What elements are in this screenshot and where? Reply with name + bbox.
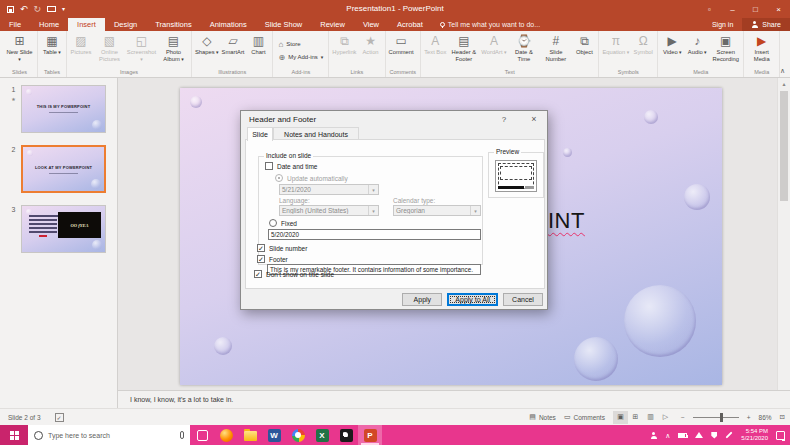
apply-button[interactable]: Apply [402,293,442,306]
taskbar-clock[interactable]: 5:54 PM 5/21/2020 [741,428,768,442]
ribbon-button-new-slide[interactable]: ⊞New Slide ▾ [4,33,35,68]
ribbon-button-hyperlink[interactable]: ⧉Hyperlink [331,33,357,68]
fixed-radio-row[interactable]: Fixed [269,219,297,227]
taskbar-app-task-view[interactable] [190,425,214,445]
ribbon-button-wordart[interactable]: AWordArt ▾ [480,33,507,68]
dialog-tab-slide[interactable]: Slide [247,127,273,141]
slide-thumbnail-2[interactable]: 2LOOK AT MY POWERPOINT [6,145,113,193]
date-and-time-checkbox[interactable] [265,162,273,170]
taskbar-app-file-explorer[interactable] [238,425,262,445]
taskbar-app-firefox[interactable] [214,425,238,445]
dialog-help-icon[interactable]: ? [497,113,511,125]
calendar-type-dropdown[interactable]: Gregorian ▾ [393,205,481,216]
ribbon-button-comment[interactable]: ▭Comment [388,33,415,68]
tab-animations[interactable]: Animations [201,18,256,31]
fit-to-window-icon[interactable]: ⊡ [780,413,785,421]
ribbon-button-online-pictures[interactable]: ▧Online Pictures [94,33,125,68]
update-automatically-radio-row[interactable]: Update automatically [275,174,348,182]
action-center-icon[interactable] [776,431,785,440]
zoom-level[interactable]: 86% [759,414,772,421]
proofing-icon[interactable]: ✓ [55,413,64,422]
shield-icon[interactable] [711,432,717,439]
zoom-out-icon[interactable]: − [681,414,685,421]
network-icon[interactable] [695,432,703,438]
tell-me-box[interactable]: Tell me what you want to do... [432,18,548,31]
ribbon-button-header-footer[interactable]: ▤Header & Footer [448,33,479,68]
dialog-close-icon[interactable]: × [527,113,541,125]
ribbon-button-screenshot[interactable]: ◱Screenshot ▾ [126,33,157,68]
ribbon-button-date-time[interactable]: ⌚Date & Time [508,33,539,68]
tab-slide-show[interactable]: Slide Show [256,18,312,31]
taskbar-app-dark-app[interactable] [334,425,358,445]
ribbon-button-object[interactable]: ⧉Object [572,33,596,68]
ribbon-button-symbol[interactable]: ΩSymbol [631,33,655,68]
slide-thumbnail-1[interactable]: 1★THIS IS MY POWERPOINT [6,85,113,133]
ribbon-button-action[interactable]: ★Action [359,33,383,68]
tab-transitions[interactable]: Transitions [146,18,200,31]
start-slideshow-icon[interactable] [47,6,56,12]
ribbon-button-my-add-ins[interactable]: ⊕My Add-ins▾ [278,53,323,62]
ribbon-display-options-icon[interactable]: ▫ [698,0,721,18]
zoom-slider-thumb[interactable] [720,413,723,422]
footer-checkbox[interactable] [257,255,265,263]
reading-view-icon[interactable]: ▥ [643,411,658,424]
ribbon-button-insert-media[interactable]: ▶Insert Media [746,33,777,68]
fixed-date-input[interactable]: 5/20/2020 [268,229,481,240]
update-automatically-radio[interactable] [275,174,283,182]
ribbon-button-equation[interactable]: πEquation ▾ [601,33,630,68]
slide-title-text[interactable]: INT [548,208,585,234]
slideshow-view-icon[interactable]: ▷ [658,411,673,424]
redo-icon[interactable]: ↻ [34,5,42,14]
ribbon-button-screen-recording[interactable]: ▣Screen Recording [710,33,741,68]
customize-qat-icon[interactable]: ▾ [62,5,65,14]
notes-toggle[interactable]: ▤ Notes [529,413,556,421]
taskbar-app-excel[interactable]: X [310,425,334,445]
slide-number-checkbox-row[interactable]: Slide number [257,244,307,252]
start-button[interactable] [0,425,28,445]
tab-acrobat[interactable]: Acrobat [388,18,432,31]
zoom-in-icon[interactable]: + [747,414,751,421]
tab-file[interactable]: File [0,18,30,31]
dont-show-checkbox-row[interactable]: Don't show on title slide [254,270,334,278]
dont-show-checkbox[interactable] [254,270,262,278]
ribbon-button-pictures[interactable]: ▨Pictures [69,33,93,68]
cancel-button[interactable]: Cancel [503,293,543,306]
tab-review[interactable]: Review [311,18,354,31]
language-dropdown[interactable]: English (United States) ▾ [279,205,379,216]
taskbar-app-colorful-app[interactable] [286,425,310,445]
auto-date-dropdown[interactable]: 5/21/2020 ▾ [279,184,379,195]
ribbon-button-shapes[interactable]: ◇Shapes ▾ [194,33,220,68]
undo-icon[interactable]: ↶ [20,5,28,14]
ribbon-button-table[interactable]: ▦Table ▾ [40,33,64,68]
fixed-radio[interactable] [269,219,277,227]
tab-insert[interactable]: Insert [68,18,105,31]
slide-number-checkbox[interactable] [257,244,265,252]
taskbar-search[interactable]: Type here to search [28,425,190,445]
normal-view-icon[interactable]: ▣ [613,411,628,424]
taskbar-app-word[interactable]: W [262,425,286,445]
ribbon-button-slide-number[interactable]: #Slide Number [540,33,571,68]
save-icon[interactable] [7,6,14,13]
hidden-icons-chevron[interactable]: ∧ [665,432,670,439]
tab-design[interactable]: Design [105,18,146,31]
close-icon[interactable]: × [767,0,790,18]
ribbon-button-text-box[interactable]: AText Box [423,33,447,68]
vertical-scrollbar[interactable]: ▴ [777,78,790,390]
battery-icon[interactable] [678,433,687,438]
apply-to-all-button[interactable]: Apply to All [447,293,498,306]
ribbon-button-chart[interactable]: ▥Chart [246,33,270,68]
zoom-slider[interactable] [693,417,739,418]
sign-in-button[interactable]: Sign in [703,18,742,31]
tab-home[interactable]: Home [30,18,68,31]
pen-icon[interactable] [726,431,733,438]
footer-checkbox-row[interactable]: Footer [257,255,288,263]
taskbar-app-powerpoint[interactable]: P [358,425,382,445]
ribbon-button-store[interactable]: ⌂Store [278,40,323,49]
minimize-icon[interactable]: – [721,0,744,18]
microphone-icon[interactable] [180,431,184,439]
slide-sorter-view-icon[interactable]: ⊞ [628,411,643,424]
scroll-up-icon[interactable]: ▴ [778,78,790,87]
maximize-icon[interactable]: □ [744,0,767,18]
scrollbar-thumb[interactable] [780,91,788,201]
notes-pane[interactable]: I know, I know, it's a lot to take in. [118,390,790,408]
